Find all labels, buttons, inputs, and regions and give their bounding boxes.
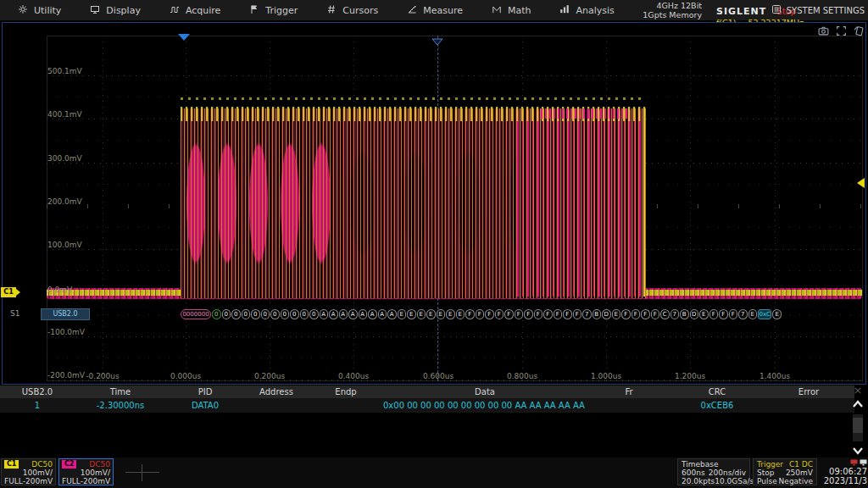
decode-token-data: E — [699, 309, 709, 319]
decode-token-data: A — [387, 309, 397, 319]
decode-token-data: E — [437, 309, 446, 319]
add-channel-button[interactable] — [125, 464, 159, 481]
trigger-position-marker[interactable] — [178, 34, 190, 41]
screenshot-camera-icon[interactable] — [817, 25, 829, 36]
decode-token-data: F — [709, 309, 719, 319]
menu-item-math[interactable]: Math — [477, 0, 546, 20]
trigger-mode: Stop — [757, 469, 774, 477]
display-icon — [90, 4, 100, 17]
system-settings-button[interactable]: SYSTEM SETTINGS — [771, 0, 865, 20]
table-col-header: Endp — [309, 385, 383, 398]
decode-token-data: A — [320, 309, 329, 319]
menu-item-display[interactable]: Display — [75, 0, 155, 20]
decode-bus-badge[interactable]: USB2.0 — [41, 308, 90, 320]
clock-block: 09:06:27 2023/11/3 — [819, 458, 867, 487]
menu-item-trigger[interactable]: Trigger — [235, 0, 312, 20]
decode-token-data: A — [329, 309, 338, 319]
menu-item-label: Analysis — [576, 5, 614, 16]
spec-memory: 1Gpts Memory — [643, 10, 702, 19]
decode-token-data: 0 — [281, 309, 290, 319]
channel-bandwidth: FULL — [62, 477, 81, 485]
table-col-header: Error — [763, 385, 854, 398]
channel-badge: C1 — [4, 460, 19, 469]
decode-token-eop: E — [772, 309, 782, 319]
decode-token-data: F — [534, 309, 543, 319]
menu-item-cursors[interactable]: Cursors — [312, 0, 392, 20]
table-scroll-down-button[interactable] — [850, 443, 865, 458]
decode-token-data: F — [719, 309, 728, 319]
decode-token-data: F — [554, 309, 563, 319]
gear-icon — [18, 4, 28, 17]
h-gridline-minor — [47, 358, 863, 358]
time-label: 0.000us — [159, 372, 212, 380]
v-gridline — [103, 36, 103, 381]
trigger-delay-marker[interactable] — [431, 33, 443, 49]
table-col-header: PID — [166, 385, 244, 398]
decode-token-data: E — [748, 309, 758, 319]
decode-token-data: 0 — [270, 309, 280, 319]
decode-token-data: 0 — [290, 309, 299, 319]
waveform-stripes — [181, 108, 646, 298]
table-close-icon[interactable]: × — [851, 385, 865, 396]
decode-token-data: A — [348, 309, 358, 319]
fit-screen-icon[interactable] — [835, 25, 847, 36]
c1-peak-dots — [181, 97, 646, 100]
table-col-header: CRC — [671, 385, 763, 398]
menu-item-label: Trigger — [265, 5, 298, 16]
table-scrollbar-thumb[interactable] — [853, 418, 863, 433]
voltage-label: 400.1mV — [47, 110, 98, 119]
decode-token-data: F — [495, 309, 504, 319]
decode-token-data: A — [339, 309, 348, 319]
decode-token-data: B — [593, 309, 602, 319]
trigger-source: C1 DC — [789, 460, 813, 469]
voltage-label: 100.0mV — [47, 241, 98, 249]
decode-token-data: F — [465, 309, 475, 319]
table-cell — [587, 398, 671, 413]
table-cell — [244, 398, 309, 413]
decode-token-data: F — [573, 309, 582, 319]
burst-end-edge — [643, 108, 645, 297]
decode-token-data: F — [621, 309, 631, 319]
menu-item-acquire[interactable]: Acquire — [155, 0, 235, 20]
graticule-toolbar — [817, 25, 865, 36]
table-cell — [309, 398, 383, 413]
acquire-icon — [170, 4, 180, 17]
menu-item-label: Measure — [423, 5, 463, 16]
scope-specs: 4GHz 12Bit 1Gpts Memory — [643, 1, 702, 19]
table-col-header: Fr — [587, 385, 671, 398]
table-cell: -2.30000ns — [75, 398, 166, 413]
table-col-header: Data — [383, 385, 587, 398]
trigger-descriptor[interactable]: TriggerC1 DC Stop250mV PulseNegative — [753, 458, 817, 485]
trigger-level-marker[interactable] — [857, 178, 865, 188]
decode-token-data: 0 — [231, 309, 241, 319]
channel-offset: -200mV — [23, 477, 53, 485]
decode-token-data: F — [524, 309, 533, 319]
decode-token-data: B — [680, 309, 689, 319]
menu-item-utility[interactable]: Utility — [3, 0, 75, 20]
channel-scale: 100mV/ — [23, 469, 53, 477]
menu-item-measure[interactable]: Measure — [392, 0, 477, 20]
channel-offset: -200mV — [81, 477, 110, 485]
channel-descriptor-c2[interactable]: C2DC50100mV/FULL-200mV — [58, 458, 114, 485]
time-label: 1.400us — [748, 372, 801, 380]
status-bar: C1DC50100mV/FULL-200mVC2DC50100mV/FULL-2… — [0, 458, 868, 488]
table-scrollbar[interactable] — [853, 414, 863, 441]
table-scroll-up-button[interactable] — [850, 396, 865, 412]
timebase-rate: 10.0GSa/s — [715, 477, 754, 485]
channel-descriptor-c1[interactable]: C1DC50100mV/FULL-200mV — [1, 458, 56, 485]
decode-token-data: A — [368, 309, 377, 319]
c1-zero-marker[interactable]: C1 — [1, 287, 16, 297]
decode-token-data: F — [476, 309, 485, 319]
menu-item-analysis[interactable]: Analysis — [545, 0, 628, 20]
rotate-display-icon[interactable] — [853, 25, 865, 36]
analysis-icon — [559, 4, 570, 17]
channel-scale: 100mV/ — [81, 469, 110, 477]
timebase-descriptor[interactable]: Timebase 600ns200ns/div 20.0kpts10.0GSa/… — [677, 458, 750, 485]
decode-table-row[interactable]: 1-2.30000nsDATA00x00 00 00 00 00 00 00 0… — [0, 398, 854, 413]
settings-list-icon — [771, 4, 782, 16]
network-status-icons — [819, 458, 867, 467]
decode-token-data: A — [359, 309, 368, 319]
voltage-label: 500.1mV — [47, 67, 98, 75]
decode-token-data: D — [690, 309, 699, 319]
remote-display-icon — [850, 459, 858, 466]
